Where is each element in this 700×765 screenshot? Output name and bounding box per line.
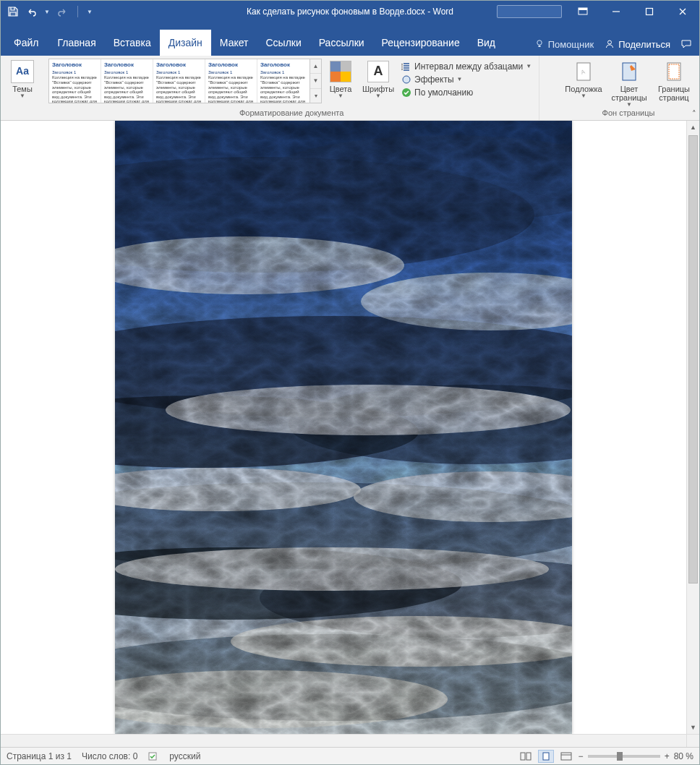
svg-rect-3 — [646, 9, 653, 15]
watermark-button[interactable]: A Подложка ▼ — [562, 59, 605, 97]
svg-rect-33 — [115, 121, 572, 734]
minimize-button[interactable] — [599, 1, 633, 22]
ribbon: Темы ▼ Заголовок Заголовок 1 Коллекция н… — [1, 56, 699, 121]
redo-button[interactable] — [56, 5, 69, 18]
ribbon-tabs: Файл Главная Вставка Дизайн Макет Ссылки… — [1, 22, 699, 56]
group-label-pagebg: Фон страницы — [602, 108, 655, 119]
tab-home[interactable]: Главная — [48, 30, 104, 56]
undo-button[interactable] — [25, 5, 38, 18]
tab-design[interactable]: Дизайн — [160, 30, 211, 56]
page-borders-button[interactable]: Границы страниц — [653, 59, 695, 102]
view-read-mode-button[interactable] — [518, 750, 534, 763]
scroll-thumb[interactable] — [688, 135, 698, 584]
tab-layout[interactable]: Макет — [211, 30, 257, 56]
svg-rect-38 — [561, 753, 571, 760]
svg-rect-35 — [521, 753, 525, 760]
vertical-scrollbar[interactable]: ▲ ▼ — [686, 121, 699, 734]
lightbulb-icon — [534, 38, 545, 50]
comments-icon[interactable] — [680, 38, 692, 50]
svg-rect-37 — [543, 753, 549, 760]
page-borders-icon — [662, 60, 686, 83]
account-badge[interactable] — [497, 5, 562, 18]
svg-rect-11 — [667, 63, 680, 80]
tab-references[interactable]: Ссылки — [257, 30, 310, 56]
zoom-slider-thumb[interactable] — [617, 752, 623, 761]
person-icon — [604, 38, 615, 50]
title-bar: ▼ ▼ Как сделать рисунок фоновым в Ворде.… — [1, 1, 699, 22]
page-color-icon — [618, 60, 641, 83]
tell-me-label: Помощник — [548, 39, 594, 50]
tell-me-search[interactable]: Помощник — [534, 38, 594, 50]
spellcheck-icon — [148, 751, 159, 762]
view-print-layout-button[interactable] — [538, 750, 554, 763]
maximize-button[interactable] — [633, 1, 666, 22]
status-page[interactable]: Страница 1 из 1 — [7, 751, 72, 761]
status-language[interactable]: русский — [169, 751, 200, 761]
tab-file[interactable]: Файл — [5, 30, 47, 56]
svg-rect-36 — [526, 753, 531, 760]
tab-view[interactable]: Вид — [469, 30, 504, 56]
paragraph-spacing-icon — [401, 61, 411, 72]
themes-icon — [11, 60, 34, 83]
style-set-item[interactable]: Заголовок Заголовок 1 Коллекция на вклад… — [153, 59, 205, 103]
zoom-control[interactable]: − + 80 % — [579, 751, 693, 761]
svg-point-5 — [608, 40, 612, 44]
formatting-options: Интервал между абзацами ▼ Эффекты ▼ По у… — [400, 59, 534, 98]
scroll-track[interactable] — [687, 134, 699, 721]
ribbon-display-options-button[interactable] — [566, 1, 599, 22]
group-document-formatting: Заголовок Заголовок 1 Коллекция на вклад… — [44, 56, 539, 120]
svg-point-4 — [537, 40, 541, 45]
page-background-image — [115, 121, 572, 734]
close-button[interactable] — [666, 1, 699, 22]
style-set-item[interactable]: Заголовок Заголовок 1 Коллекция на вклад… — [101, 59, 153, 103]
collapse-ribbon-button[interactable]: ˄ — [692, 109, 696, 119]
fonts-icon: A — [367, 60, 390, 83]
gallery-scroll-up[interactable]: ▲ — [310, 59, 321, 74]
scroll-up-button[interactable]: ▲ — [687, 121, 699, 134]
gallery-scroll-down[interactable]: ▼ — [310, 74, 321, 88]
effects-icon — [401, 74, 411, 85]
paragraph-spacing-button[interactable]: Интервал между абзацами ▼ — [401, 61, 532, 72]
status-word-count[interactable]: Число слов: 0 — [82, 751, 137, 761]
horizontal-scrollbar-row — [1, 734, 699, 747]
status-bar: Страница 1 из 1 Число слов: 0 русский − … — [1, 747, 699, 764]
quick-access-toolbar: ▼ ▼ — [1, 5, 93, 18]
fonts-button[interactable]: A Шрифты ▼ — [359, 59, 397, 97]
document-page — [115, 121, 572, 734]
share-label: Поделиться — [618, 39, 670, 50]
style-set-item[interactable]: Заголовок Заголовок 1 Коллекция на вклад… — [257, 59, 310, 103]
zoom-in-button[interactable]: + — [665, 751, 670, 761]
colors-icon — [329, 60, 352, 83]
group-themes: Темы ▼ — [1, 56, 44, 120]
zoom-slider[interactable] — [588, 755, 660, 758]
group-page-background: A Подложка ▼ Цвет страницы ▼ Границы стр… — [558, 56, 699, 120]
workspace: ▲ ▼ — [1, 121, 699, 734]
style-set-item[interactable]: Заголовок Заголовок 1 Коллекция на вклад… — [49, 59, 101, 103]
scroll-down-button[interactable]: ▼ — [687, 721, 699, 734]
colors-button[interactable]: Цвета ▼ — [325, 59, 357, 97]
page-color-button[interactable]: Цвет страницы ▼ — [605, 59, 653, 106]
group-label-formatting: Форматирование документа — [239, 108, 343, 119]
save-button[interactable] — [7, 5, 20, 18]
svg-point-6 — [403, 76, 410, 83]
style-set-gallery[interactable]: Заголовок Заголовок 1 Коллекция на вклад… — [48, 59, 322, 103]
gallery-more[interactable]: ▾ — [310, 89, 321, 103]
set-default-button[interactable]: По умолчанию — [401, 87, 532, 98]
document-area[interactable] — [1, 121, 686, 734]
undo-dropdown[interactable]: ▼ — [44, 9, 50, 15]
check-icon — [401, 87, 411, 98]
svg-rect-1 — [579, 8, 587, 10]
zoom-out-button[interactable]: − — [579, 751, 584, 761]
themes-button[interactable]: Темы ▼ — [5, 59, 40, 97]
gallery-scroll[interactable]: ▲ ▼ ▾ — [310, 59, 322, 103]
style-set-item[interactable]: Заголовок Заголовок 1 Коллекция на вклад… — [205, 59, 257, 103]
view-web-layout-button[interactable] — [558, 750, 574, 763]
tab-mailings[interactable]: Рассылки — [310, 30, 373, 56]
zoom-level-label[interactable]: 80 % — [674, 751, 693, 761]
status-spellcheck[interactable] — [148, 751, 159, 762]
tab-insert[interactable]: Вставка — [105, 30, 160, 56]
tab-review[interactable]: Рецензирование — [373, 30, 469, 56]
qat-customize-dropdown[interactable]: ▼ — [87, 9, 93, 15]
share-button[interactable]: Поделиться — [604, 38, 670, 50]
effects-button[interactable]: Эффекты ▼ — [401, 74, 532, 85]
